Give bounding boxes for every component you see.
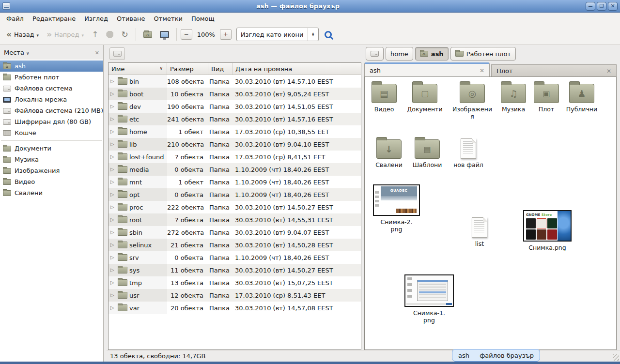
expander-icon[interactable] [110,142,116,147]
close-button[interactable] [608,2,618,11]
view-mode-spinner-icon[interactable]: ▴▾ [308,28,318,41]
table-row[interactable]: dev 190 обекта Папка 30.03.2010 (вт) 14,… [108,100,361,113]
table-row[interactable]: tmp 13 обекта Папка 30.03.2010 (вт) 15,0… [108,276,361,289]
table-row[interactable]: mnt 1 обект Папка 1.10.2009 (чт) 18,40,2… [108,176,361,188]
expander-icon[interactable] [110,167,116,172]
sidebar-close-icon[interactable] [95,49,99,56]
expander-icon[interactable] [110,104,116,109]
location-root-button[interactable] [109,47,125,60]
sidebar-folder-item[interactable]: Видео [0,176,103,187]
expander-icon[interactable] [110,280,116,285]
table-row[interactable]: home 1 обект Папка 17.03.2010 (ср) 10,38… [108,125,361,138]
up-button[interactable] [88,28,102,42]
forward-button[interactable]: Напред [43,28,87,42]
resize-grip[interactable] [613,354,619,361]
sidebar-place-item[interactable]: Кошче [0,127,103,138]
expander-icon[interactable] [110,192,116,197]
expander-icon[interactable] [110,268,116,273]
sidebar-folder-item[interactable]: Документи [0,143,103,154]
breadcrumb-home-button[interactable]: home [386,47,413,61]
menu-item[interactable]: Помощ [187,14,219,24]
expander-icon[interactable] [110,217,116,222]
table-row[interactable]: lib 210 обекта Папка 30.03.2010 (вт) 9,0… [108,138,361,151]
sidebar-folder-item[interactable]: Свалени [0,187,103,198]
expander-icon[interactable] [110,255,116,260]
expander-icon[interactable] [110,79,116,84]
table-row[interactable]: lost+found ? обекта Папка 17.03.2010 (ср… [108,151,361,163]
table-row[interactable]: boot 10 обекта Папка 30.03.2010 (вт) 9,0… [108,88,361,100]
sidebar-folder-item[interactable]: Музика [0,154,103,165]
sidebar-place-item[interactable]: Работен плот [0,72,103,83]
forward-history-caret-icon[interactable] [82,31,84,38]
icon-item-list[interactable]: list [465,217,494,247]
table-row[interactable]: var 20 обекта Папка 30.03.2010 (вт) 14,5… [108,302,361,314]
table-row[interactable]: selinux 21 обекта Папка 30.03.2010 (вт) … [108,239,361,251]
titlebar[interactable]: ash — файлов браузър [0,0,620,13]
tab-plot[interactable]: Плот [491,64,617,76]
icon-item-snimka1[interactable]: Снимка-1.png [403,274,455,324]
icon-item-snimka[interactable]: GNOME Store Снимка.png [522,210,573,251]
sidebar-folder-item[interactable]: Изображения [0,165,103,176]
expander-icon[interactable] [110,305,116,310]
computer-button[interactable] [156,28,172,41]
icon-item-pictures[interactable]: Изображения [452,84,493,121]
home-button[interactable] [140,29,155,41]
sidebar-title[interactable]: Места [4,49,24,56]
breadcrumb-root-button[interactable] [366,47,384,61]
icon-item-new-file[interactable]: нов файл [447,138,490,168]
minimize-button[interactable] [586,2,595,11]
column-header-date[interactable]: Дата на промяна [232,63,361,75]
column-header-type[interactable]: Вид [208,63,232,75]
menu-item[interactable]: Файл [2,14,28,24]
sidebar-mode-caret-icon[interactable] [26,49,30,56]
icon-item-public[interactable]: Публични [560,84,604,113]
back-button[interactable]: Назад [3,28,42,42]
back-history-caret-icon[interactable] [37,31,39,38]
tab-ash[interactable]: ash [364,62,490,76]
menu-item[interactable]: Редактиране [28,14,80,24]
expander-icon[interactable] [110,230,116,235]
table-row[interactable]: sys 11 обекта Папка 30.03.2010 (вт) 14,5… [108,264,361,276]
tab-close-icon[interactable] [480,67,484,74]
column-header-name[interactable]: Име [108,63,167,75]
icon-item-documents[interactable]: Документи [403,84,447,113]
table-row[interactable]: bin 108 обекта Папка 30.03.2010 (вт) 14,… [108,75,361,88]
reload-button[interactable] [118,28,131,42]
icon-item-templates[interactable]: Шаблони [405,139,449,168]
expander-icon[interactable] [110,129,116,134]
sidebar-place-item[interactable]: Файлова система (210 MB) [0,105,103,116]
expander-icon[interactable] [110,154,116,159]
search-icon[interactable] [325,31,332,38]
maximize-button[interactable] [597,2,606,11]
table-row[interactable]: sbin 272 обекта Папка 30.03.2010 (вт) 9,… [108,226,361,239]
table-row[interactable]: usr 12 обекта Папка 17.03.2010 (ср) 8,51… [108,289,361,302]
table-row[interactable]: root ? обекта Папка 30.03.2010 (вт) 14,5… [108,213,361,226]
icon-view-canvas[interactable]: Видео Документи Изображения Музика [364,76,617,350]
column-header-size[interactable]: Размер [167,63,208,75]
expander-icon[interactable] [110,117,116,121]
breadcrumb-desktop-button[interactable]: Работен плот [450,47,516,61]
stop-button[interactable] [103,28,117,41]
expander-icon[interactable] [110,293,116,298]
breadcrumb-ash-button[interactable]: ash [415,47,449,61]
table-row[interactable]: proc 222 обекта Папка 30.03.2010 (вт) 14… [108,201,361,213]
menu-item[interactable]: Изглед [80,14,112,24]
sidebar-place-item[interactable]: Шифриран дял (80 GB) [0,116,103,127]
expander-icon[interactable] [110,243,116,247]
table-row[interactable]: media 0 обекта Папка 1.10.2009 (чт) 18,4… [108,163,361,176]
table-row[interactable]: srv 0 обекта Папка 1.10.2009 (чт) 18,40,… [108,251,361,264]
zoom-out-button[interactable]: − [181,29,192,40]
sidebar-place-item[interactable]: Локална мрежа [0,94,103,105]
expander-icon[interactable] [110,91,116,96]
table-row[interactable]: etc 241 обекта Папка 30.03.2010 (вт) 14,… [108,113,361,125]
sidebar-place-item[interactable]: ash [0,61,103,72]
sidebar-place-item[interactable]: Файлова система [0,83,103,94]
table-row[interactable]: opt 0 обекта Папка 1.10.2009 (чт) 18,40,… [108,188,361,201]
zoom-in-button[interactable]: + [220,29,232,40]
icon-item-video[interactable]: Видео [365,84,403,113]
expander-icon[interactable] [110,180,116,184]
menu-item[interactable]: Отиване [112,14,149,24]
view-mode-select[interactable]: Изглед като икони ▴▾ [236,28,319,41]
icon-item-downloads[interactable]: Свалени [367,139,411,168]
icon-item-snimka2[interactable]: GUADEC Снимка-2.png [372,184,421,233]
